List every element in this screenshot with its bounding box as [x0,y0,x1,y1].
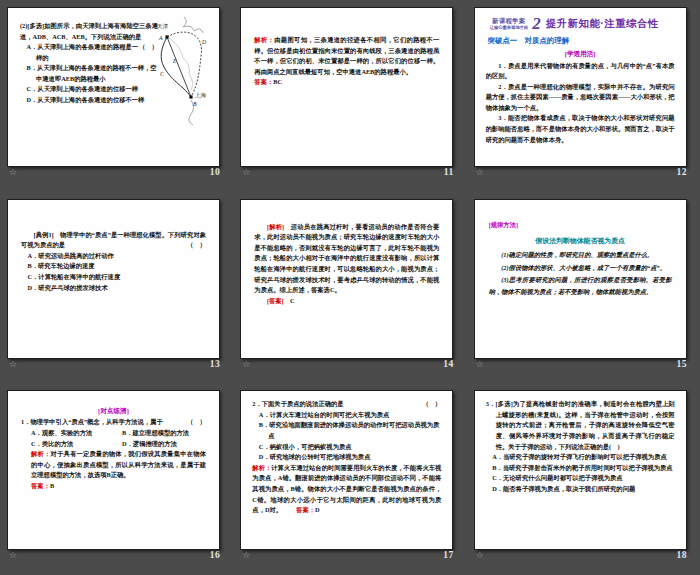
brand-slogan: 让核心素养落地生根 [490,25,529,30]
brand-name: 新课程学案 [490,17,529,25]
transition-star-icon[interactable]: ☆ [9,168,17,177]
analysis-paragraph: 解析：计算火车通过站台的时间需要用到火车的长度，不能将火车视为质点，A错。翻滚前… [252,463,441,516]
slide-number: 14 [443,359,454,369]
slide-thumbnail-17[interactable]: 2．下面关于质点的说法正确的是（ ） A．计算火车通过站台的时间可把火车视为质点… [240,390,453,550]
answer-label: 答案： [296,506,315,513]
slide-thumbnail-16[interactable]: [对点练清] 1．物理学中引入“质点”概念，从科学方法说，属于（ ） A．观察、… [7,390,220,550]
method-tag: [规律方法] [489,219,672,231]
point-label-e: E [172,58,177,64]
knowledge-point-1: 1．质点是用来代替物体的有质量的点，与几何中的“点”有本质的区别。 [486,61,675,82]
slide-number: 12 [676,167,687,177]
answer-line: [答案] C [254,296,439,307]
analysis-paragraph: 解析：由题图可知，三条通道的径迹各不相同，它们的路程不一样。但位移是由初位置指向… [254,35,439,77]
answer-bracket: （ ） [175,240,206,251]
answer-label: 答案： [31,482,50,489]
transition-star-icon[interactable]: ☆ [476,551,484,560]
slide-cell-13: [典例1] 物理学中的“质点”是一种理想化模型。下列研究对象可视为质点的是（ ）… [0,192,233,384]
slide-number: 10 [210,167,221,177]
route-acb-coast [161,37,191,97]
point-b-marker [189,95,192,98]
option-d: D．逻辑推理的方法 [122,439,177,450]
transition-star-icon[interactable]: ☆ [242,360,250,369]
transition-star-icon[interactable]: ☆ [242,551,250,560]
option-a: A．计算火车通过站台的时间可把火车视为质点 [252,410,441,421]
slide-thumbnail-14[interactable]: [解析] 运动员在跳高过杆时，要看运动员的动作是否符合要求，此时运动员不能视为质… [240,199,453,359]
answer-bracket: ( ) [609,443,620,450]
slide-cell-15: [规律方法] 假设法判断物体能否视为质点 (1)确定问题的性质，即研究目的、观察… [467,192,700,384]
study-tag: [学透用活] [486,48,675,59]
route-aeb-straight [167,37,191,97]
knowledge-point-3: 3．能否把物体看成质点，取决于物体的大小和形状对研究问题的影响能否忽略，而不是物… [486,113,675,145]
analysis-label: 解析： [31,450,50,457]
question-stem: 3．[多选]为了提高枪械射击时的准确率，制造时会在枪膛内壁上刻上螺旋形的槽(来复… [486,399,675,452]
option-c: C．无论研究什么问题时都可以把子弹视为质点 [486,473,675,484]
slide-number: 16 [210,550,221,560]
slide-number: 11 [444,167,454,177]
option-b: B．研究车轮边缘的速度 [21,261,206,272]
section-number: 2 [532,15,541,32]
method-step-3: (3)思考所要研究的问题，所进行的观察是否受影响。若受影响，物体不能视为质点；若… [489,274,672,299]
slide-cell-10: (2)[多选]如图所示，由天津到上海有海陆空三条通道，ADB、ACB、AEB。下… [0,0,233,192]
route-adb-dashed [167,32,202,97]
method-step-1: (1)确定问题的性质，即研究目的、观察的重点是什么。 [489,249,672,261]
option-d: D．研究乒乓球的搓发球技术 [21,283,206,294]
answer-bracket: （ ） [187,417,206,428]
example-stem: [典例1] 物理学中的“质点”是一种理想化模型。下列研究对象可视为质点的是（ ） [21,230,206,251]
analysis-paragraph: [解析] 运动员在跳高过杆时，要看运动员的动作是否符合要求，此时运动员不能视为质… [254,222,439,296]
option-d: D．研究地球的公转时可把地球视为质点 [252,452,441,463]
tianjin-shanghai-route-map: 天津 A D E C 上海 B [152,14,216,126]
question-stem: (2)[多选]如图所示，由天津到上海有海陆空三条通道，ADB、ACB、AEB。下… [20,21,158,42]
lesson-brand-header: 新课程学案 让核心素养落地生根 2 提升新知能·注重综合性 [490,15,675,32]
slide-number: 17 [443,550,454,560]
analysis-label: 解析： [254,36,274,43]
slide-sorter-grid: (2)[多选]如图所示，由天津到上海有海陆空三条通道，ADB、ACB、AEB。下… [0,0,700,575]
slide-cell-12: 新课程学案 让核心素养落地生根 2 提升新知能·注重综合性 突破点一 对质点的理… [467,0,700,192]
option-c: C．计算轮船在海洋中的航行速度 [21,272,206,283]
option-a: A．从天津到上海的各条通道的路程是一样的 [20,42,158,63]
transition-star-icon[interactable]: ☆ [476,360,484,369]
transition-star-icon[interactable]: ☆ [9,360,17,369]
method-heading: 假设法判断物体能否视为质点 [489,234,672,247]
slide-number: 18 [676,550,687,560]
example-label: [典例1] [34,231,54,238]
slide-thumbnail-12[interactable]: 新课程学案 让核心素养落地生根 2 提升新知能·注重综合性 突破点一 对质点的理… [474,7,687,167]
slide-cell-14: [解析] 运动员在跳高过杆时，要看运动员的动作是否符合要求，此时运动员不能视为质… [233,192,466,384]
option-b: B．当研究子弹射击百米外的靶子所用时间时可以把子弹视为质点 [486,463,675,474]
analysis-label: [解析] [267,223,284,230]
answer-line: 答案：B [21,481,206,492]
option-b: B．从天津到上海的各条通道的路程不一样，空中通道即AEB的路程最小 [20,63,158,84]
transition-star-icon[interactable]: ☆ [9,551,17,560]
slide-thumbnail-13[interactable]: [典例1] 物理学中的“质点”是一种理想化模型。下列研究对象可视为质点的是（ ）… [7,199,220,359]
slide-number: 15 [676,359,687,369]
option-c: C．从天津到上海的各条通道的位移一样 [20,84,158,95]
option-a: A．观察、实验的方法 [31,428,122,439]
header-title: 提升新知能·注重综合性 [546,17,659,31]
city-label-tianjin: 天津 [157,23,169,30]
knowledge-point-2: 2．质点是一种理想化的物理模型，实际中并不存在。为研究问题方便，抓住主要因素——… [486,82,675,114]
answer-label: [答案] [267,297,284,304]
answer-line: 答案：BC [254,77,439,88]
slide-thumbnail-18[interactable]: 3．[多选]为了提高枪械射击时的准确率，制造时会在枪膛内壁上刻上螺旋形的槽(来复… [474,390,687,550]
point-label-a: A [158,35,163,41]
slide-thumbnail-10[interactable]: (2)[多选]如图所示，由天津到上海有海陆空三条通道，ADB、ACB、AEB。下… [7,7,220,167]
option-a: A．当研究子弹的旋转对子弹飞行的影响时可以把子弹视为质点 [486,452,675,463]
transition-star-icon[interactable]: ☆ [476,168,484,177]
slide-cell-17: 2．下面关于质点的说法正确的是（ ） A．计算火车通过站台的时间可把火车视为质点… [233,383,466,575]
transition-star-icon[interactable]: ☆ [242,168,250,177]
point-label-b: B [193,101,197,107]
option-c: C．类比的方法 [31,439,122,450]
practice-tag: [对点练清] [21,405,206,416]
slide-cell-16: [对点练清] 1．物理学中引入“质点”概念，从科学方法说，属于（ ） A．观察、… [0,383,233,575]
option-c: C．蚂蚁很小，可把蚂蚁视为质点 [252,442,441,453]
point-a-marker [165,35,168,38]
slide-thumbnail-15[interactable]: [规律方法] 假设法判断物体能否视为质点 (1)确定问题的性质，即研究目的、观察… [474,199,687,359]
point-label-d: D [201,39,207,45]
slide-cell-11: 解析：由题图可知，三条通道的径迹各不相同，它们的路程不一样。但位移是由初位置指向… [233,0,466,192]
analysis-paragraph: 解析：对于具有一定质量的物体，我们假设其质量集中在物体的中心，便抽象出质点模型，… [21,449,206,481]
option-d: D．能否将子弹视为质点，取决于我们所研究的问题 [486,484,675,495]
answer-bracket: （ ） [422,399,441,410]
option-row-ab: A．观察、实验的方法B．建立理想模型的方法 [21,428,206,439]
slide-thumbnail-11[interactable]: 解析：由题图可知，三条通道的径迹各不相同，它们的路程不一样。但位移是由初位置指向… [240,7,453,167]
option-b: B．研究沿地面翻滚前进的体操运动员的动作时可把运动员视为质点 [252,420,441,441]
point-label-c: C [160,71,164,77]
